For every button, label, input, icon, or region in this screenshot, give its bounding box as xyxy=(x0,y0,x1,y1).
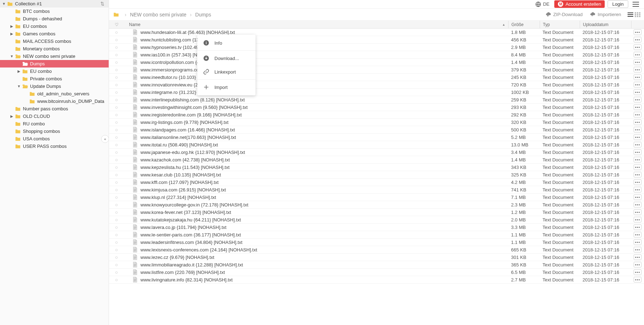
list-view-icon[interactable] xyxy=(628,12,633,17)
more-actions-button[interactable]: ••• xyxy=(634,127,641,132)
favorite-toggle[interactable]: ○ xyxy=(109,60,124,65)
more-actions-button[interactable]: ••• xyxy=(634,44,641,50)
sidebar-item[interactable]: Dumps xyxy=(0,60,109,68)
file-row[interactable]: ○www.lezec.cz {9.679} [NOHASH].txt301 KB… xyxy=(109,254,644,261)
login-button[interactable]: Login xyxy=(608,0,628,8)
more-actions-button[interactable]: ••• xyxy=(634,89,641,95)
file-row[interactable]: ○www.livingnature.info {82.314} [NOHASH]… xyxy=(109,276,644,284)
file-row[interactable]: ○www.lavera.co.jp {101.794} [NOHASH].txt… xyxy=(109,224,644,231)
favorite-toggle[interactable]: ○ xyxy=(109,187,124,192)
more-actions-button[interactable]: ••• xyxy=(634,202,641,208)
sidebar-item[interactable]: Shopping combos xyxy=(0,128,109,135)
more-actions-button[interactable]: ••• xyxy=(634,74,641,80)
more-actions-button[interactable]: ••• xyxy=(634,164,641,170)
zip-download-button[interactable]: ZIP-Download xyxy=(545,12,583,17)
more-actions-button[interactable]: ••• xyxy=(634,112,641,118)
language-selector[interactable]: DE xyxy=(533,1,551,8)
file-row[interactable]: ○www.lexisnexis-conferences.com {24.164}… xyxy=(109,246,644,254)
more-actions-button[interactable]: ••• xyxy=(634,254,641,260)
more-actions-button[interactable]: ••• xyxy=(634,149,641,155)
more-actions-button[interactable]: ••• xyxy=(634,277,641,282)
collapse-sidebar-button[interactable]: « xyxy=(101,135,109,143)
favorite-toggle[interactable]: ○ xyxy=(109,112,124,118)
favorite-toggle[interactable]: ○ xyxy=(109,30,124,35)
sidebar-item[interactable]: ▼Update Dumps xyxy=(0,82,109,90)
file-row[interactable]: ○www.innovationreview.eu {24.269} [NOHAS… xyxy=(109,81,644,89)
more-actions-button[interactable]: ••• xyxy=(634,119,641,125)
favorite-toggle[interactable]: ○ xyxy=(109,202,124,208)
favorite-toggle[interactable]: ○ xyxy=(109,172,124,178)
sidebar-item[interactable]: ▶Games combos xyxy=(0,30,109,38)
favorite-toggle[interactable]: ○ xyxy=(109,142,124,148)
more-actions-button[interactable]: ••• xyxy=(634,209,641,215)
favorite-toggle[interactable]: ○ xyxy=(109,127,124,132)
favorite-toggle[interactable]: ○ xyxy=(109,225,124,230)
file-row[interactable]: ○www.hypnoseries.tv {102.497} [NOHASH].t… xyxy=(109,44,644,51)
favorite-toggle[interactable]: ○ xyxy=(109,120,124,125)
more-actions-button[interactable]: ••• xyxy=(634,29,641,35)
more-actions-button[interactable]: ••• xyxy=(634,67,641,72)
favorite-toggle[interactable]: ○ xyxy=(109,210,124,215)
sidebar-item[interactable]: MAIL ACCESS combos xyxy=(0,38,109,45)
more-actions-button[interactable]: ••• xyxy=(634,52,641,58)
favorite-toggle[interactable]: ○ xyxy=(109,97,124,102)
more-actions-button[interactable]: ••• xyxy=(634,97,641,102)
more-actions-button[interactable]: ••• xyxy=(634,179,641,185)
create-account-button[interactable]: M Account erstellen xyxy=(554,0,605,8)
sidebar-item[interactable]: Monetary combos xyxy=(0,45,109,52)
collection-header[interactable]: ▼ Collection #1 ⇅ xyxy=(0,0,109,8)
breadcrumb-item[interactable]: NEW combo semi private xyxy=(130,12,187,18)
more-actions-button[interactable]: ••• xyxy=(634,172,641,178)
file-row[interactable]: ○www.ineedtutor.ru {10.103} [NOHASH].txt… xyxy=(109,74,644,81)
context-import[interactable]: Import xyxy=(197,80,256,94)
tree-toggle-icon[interactable]: ▼ xyxy=(9,54,14,58)
context-linkexport[interactable]: Linkexport xyxy=(197,65,256,79)
more-actions-button[interactable]: ••• xyxy=(634,194,641,200)
file-row[interactable]: ○www.ias100.in {257.343} [NOHASH].txt8.4… xyxy=(109,51,644,59)
sidebar-item[interactable]: Dumps - dehashed xyxy=(0,15,109,22)
sidebar-item[interactable]: ▶EU combos xyxy=(0,22,109,30)
file-row[interactable]: ○www.klup.nl {227.314} [NOHASH].txt7.1 M… xyxy=(109,194,644,201)
import-button[interactable]: Importieren xyxy=(589,12,621,17)
more-actions-button[interactable]: ••• xyxy=(634,239,641,245)
file-row[interactable]: ○www.investingwithinsight.com {9.560} [N… xyxy=(109,104,644,111)
favorite-toggle[interactable]: ○ xyxy=(109,37,124,42)
file-row[interactable]: ○www.korea-fever.net {37.123} [NOHASH].t… xyxy=(109,209,644,216)
sidebar-item[interactable]: Private combos xyxy=(0,75,109,82)
more-actions-button[interactable]: ••• xyxy=(634,262,641,268)
chevron-down-icon[interactable]: ▼ xyxy=(1,2,6,6)
sidebar-item[interactable]: RU combo xyxy=(0,120,109,128)
file-row[interactable]: ○www.iregisteredonline.com {9.166} [NOHA… xyxy=(109,111,644,119)
sidebar-item[interactable]: USA combos xyxy=(0,135,109,142)
favorite-toggle[interactable]: ○ xyxy=(109,270,124,275)
sidebar-item[interactable]: BTC combos xyxy=(0,8,109,15)
more-actions-button[interactable]: ••• xyxy=(634,37,641,42)
file-row[interactable]: ○www.kesar.club {10.135} [NOHASH].txt325… xyxy=(109,171,644,179)
sidebar-item[interactable]: www.bitcoinrush.io_DUMP_Data xyxy=(0,98,109,105)
favorite-toggle[interactable]: ○ xyxy=(109,82,124,88)
name-column-header[interactable]: Name ▲ xyxy=(124,22,508,27)
type-column-header[interactable]: Typ xyxy=(540,21,580,28)
favorite-toggle[interactable]: ○ xyxy=(109,217,124,222)
file-row[interactable]: ○www.kazachok.com {42.738} [NOHASH].txt1… xyxy=(109,156,644,164)
favorite-toggle[interactable]: ○ xyxy=(109,232,124,238)
more-actions-button[interactable]: ••• xyxy=(634,142,641,148)
file-row[interactable]: ○www.irg-listings.com {9.778} [NOHASH].t… xyxy=(109,119,644,126)
more-actions-button[interactable]: ••• xyxy=(634,187,641,192)
more-actions-button[interactable]: ••• xyxy=(634,82,641,88)
file-row[interactable]: ○www.itotal.ru {508.490} [NOHASH].txt13.… xyxy=(109,141,644,149)
favorite-toggle[interactable]: ○ xyxy=(109,277,124,282)
favorite-toggle[interactable]: ○ xyxy=(109,105,124,110)
tree-toggle-icon[interactable]: ▶ xyxy=(9,24,14,28)
more-actions-button[interactable]: ••• xyxy=(634,269,641,275)
grid-view-icon[interactable] xyxy=(635,12,640,17)
sidebar-item[interactable]: ▶EU combo xyxy=(0,68,109,75)
sort-icon[interactable]: ⇅ xyxy=(100,1,106,6)
more-actions-button[interactable]: ••• xyxy=(634,104,641,110)
favorite-toggle[interactable]: ○ xyxy=(109,165,124,170)
file-row[interactable]: ○www.limmobiliareagrado.it {12.288} [NOH… xyxy=(109,261,644,269)
favorite-toggle[interactable]: ○ xyxy=(109,90,124,95)
breadcrumb-item[interactable]: Dumps xyxy=(195,12,211,18)
favorite-column[interactable]: ♡ xyxy=(109,22,124,27)
sidebar-item[interactable]: ▶OLD CLOUD xyxy=(0,112,109,120)
